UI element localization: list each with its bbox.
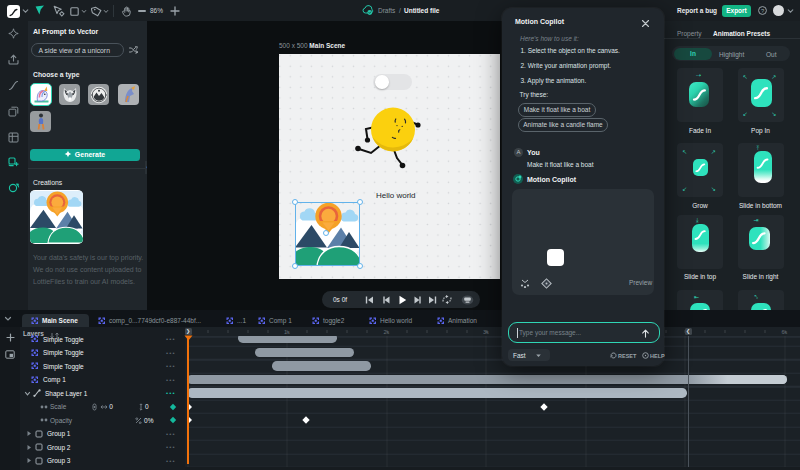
svg-text:?: ? — [761, 8, 764, 14]
